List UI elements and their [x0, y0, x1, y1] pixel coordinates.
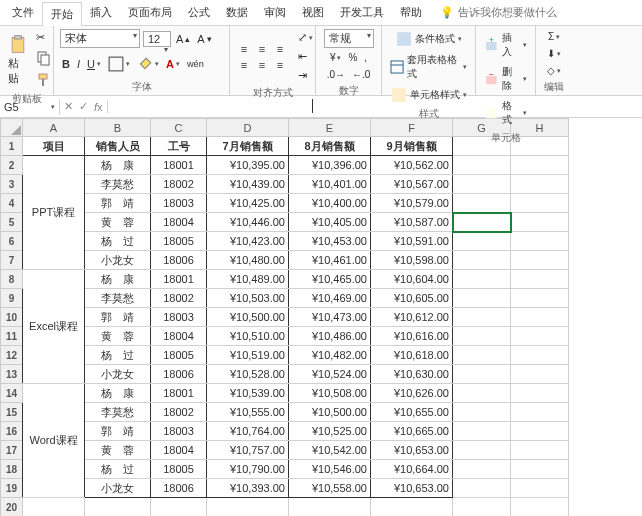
cell-H4[interactable] [511, 194, 569, 213]
table-header-cell[interactable]: 8月销售额 [289, 137, 371, 156]
cell-H18[interactable] [511, 460, 569, 479]
enter-formula-button[interactable]: ✓ [79, 100, 88, 113]
phonetic-button[interactable]: wén [185, 57, 206, 71]
name-cell[interactable]: 杨 过 [85, 460, 151, 479]
cell-G12[interactable] [453, 346, 511, 365]
id-cell[interactable]: 18006 [151, 365, 207, 384]
name-cell[interactable]: 小龙女 [85, 251, 151, 270]
row-header-19[interactable]: 19 [1, 479, 23, 498]
m7-cell[interactable]: ¥10,489.00 [207, 270, 289, 289]
row-header-20[interactable]: 20 [1, 498, 23, 517]
cell-G5[interactable] [453, 213, 511, 232]
row-header-6[interactable]: 6 [1, 232, 23, 251]
id-cell[interactable]: 18003 [151, 194, 207, 213]
row-header-2[interactable]: 2 [1, 156, 23, 175]
name-cell[interactable]: 李莫愁 [85, 175, 151, 194]
id-cell[interactable]: 18004 [151, 327, 207, 346]
m9-cell[interactable]: ¥10,598.00 [371, 251, 453, 270]
table-header-cell[interactable]: 销售人员 [85, 137, 151, 156]
border-button[interactable]: ▾ [106, 54, 132, 74]
m9-cell[interactable]: ¥10,655.00 [371, 403, 453, 422]
m8-cell[interactable]: ¥10,401.00 [289, 175, 371, 194]
m8-cell[interactable]: ¥10,473.00 [289, 308, 371, 327]
table-format-button[interactable]: 套用表格格式▾ [388, 51, 469, 83]
name-cell[interactable]: 杨 过 [85, 232, 151, 251]
m8-cell[interactable]: ¥10,461.00 [289, 251, 371, 270]
m8-cell[interactable]: ¥10,525.00 [289, 422, 371, 441]
name-cell[interactable]: 郭 靖 [85, 422, 151, 441]
cell[interactable] [85, 498, 151, 517]
row-header-16[interactable]: 16 [1, 422, 23, 441]
cut-button[interactable]: ✂ [34, 29, 54, 46]
m7-cell[interactable]: ¥10,393.00 [207, 479, 289, 498]
col-header-D[interactable]: D [207, 119, 289, 137]
id-cell[interactable]: 18006 [151, 479, 207, 498]
m7-cell[interactable]: ¥10,519.00 [207, 346, 289, 365]
name-cell[interactable]: 杨 过 [85, 346, 151, 365]
m7-cell[interactable]: ¥10,423.00 [207, 232, 289, 251]
m8-cell[interactable]: ¥10,508.00 [289, 384, 371, 403]
cell-H17[interactable] [511, 441, 569, 460]
clear-button[interactable]: ◇▾ [545, 63, 563, 78]
delete-cells-button[interactable]: −删除▾ [482, 63, 529, 95]
m7-cell[interactable]: ¥10,425.00 [207, 194, 289, 213]
cell-H6[interactable] [511, 232, 569, 251]
m7-cell[interactable]: ¥10,764.00 [207, 422, 289, 441]
font-name-combo[interactable]: 宋体 [60, 29, 140, 48]
m8-cell[interactable]: ¥10,453.00 [289, 232, 371, 251]
name-cell[interactable]: 杨 康 [85, 384, 151, 403]
row-header-18[interactable]: 18 [1, 460, 23, 479]
id-cell[interactable]: 18002 [151, 175, 207, 194]
menu-tab-1[interactable]: 开始 [42, 2, 82, 26]
m9-cell[interactable]: ¥10,587.00 [371, 213, 453, 232]
m7-cell[interactable]: ¥10,500.00 [207, 308, 289, 327]
name-cell[interactable]: 李莫愁 [85, 289, 151, 308]
insert-cells-button[interactable]: +插入▾ [482, 29, 529, 61]
id-cell[interactable]: 18005 [151, 232, 207, 251]
m9-cell[interactable]: ¥10,562.00 [371, 156, 453, 175]
id-cell[interactable]: 18002 [151, 289, 207, 308]
m8-cell[interactable]: ¥10,469.00 [289, 289, 371, 308]
col-header-B[interactable]: B [85, 119, 151, 137]
cell-G3[interactable] [453, 175, 511, 194]
menu-tab-4[interactable]: 公式 [180, 1, 218, 24]
id-cell[interactable]: 18004 [151, 213, 207, 232]
cell-G17[interactable] [453, 441, 511, 460]
row-header-5[interactable]: 5 [1, 213, 23, 232]
table-header-cell[interactable]: 工号 [151, 137, 207, 156]
menu-tab-7[interactable]: 视图 [294, 1, 332, 24]
cell[interactable] [289, 498, 371, 517]
m9-cell[interactable]: ¥10,653.00 [371, 479, 453, 498]
project-cell[interactable]: PPT课程 [23, 156, 85, 270]
id-cell[interactable]: 18006 [151, 251, 207, 270]
cell-H15[interactable] [511, 403, 569, 422]
m9-cell[interactable]: ¥10,616.00 [371, 327, 453, 346]
align-middle-button[interactable]: ≡ [254, 42, 270, 56]
fill-button[interactable]: ⬇▾ [545, 46, 563, 61]
orientation-button[interactable]: ⤢▾ [296, 29, 315, 46]
id-cell[interactable]: 18005 [151, 460, 207, 479]
id-cell[interactable]: 18003 [151, 422, 207, 441]
m7-cell[interactable]: ¥10,790.00 [207, 460, 289, 479]
m7-cell[interactable]: ¥10,503.00 [207, 289, 289, 308]
fx-button[interactable]: fx [94, 101, 103, 113]
format-painter-button[interactable] [34, 70, 54, 90]
table-header-cell[interactable]: 7月销售额 [207, 137, 289, 156]
m8-cell[interactable]: ¥10,396.00 [289, 156, 371, 175]
row-header-12[interactable]: 12 [1, 346, 23, 365]
paste-button[interactable]: 粘贴 [6, 32, 30, 88]
cell-G4[interactable] [453, 194, 511, 213]
name-cell[interactable]: 杨 康 [85, 270, 151, 289]
m8-cell[interactable]: ¥10,542.00 [289, 441, 371, 460]
cell-H10[interactable] [511, 308, 569, 327]
m7-cell[interactable]: ¥10,528.00 [207, 365, 289, 384]
cell[interactable] [371, 498, 453, 517]
m7-cell[interactable]: ¥10,510.00 [207, 327, 289, 346]
cell-H16[interactable] [511, 422, 569, 441]
number-format-combo[interactable]: 常规 [324, 29, 374, 48]
cell-H3[interactable] [511, 175, 569, 194]
m7-cell[interactable]: ¥10,555.00 [207, 403, 289, 422]
id-cell[interactable]: 18004 [151, 441, 207, 460]
font-size-combo[interactable]: 12 [143, 31, 171, 47]
menu-tab-5[interactable]: 数据 [218, 1, 256, 24]
